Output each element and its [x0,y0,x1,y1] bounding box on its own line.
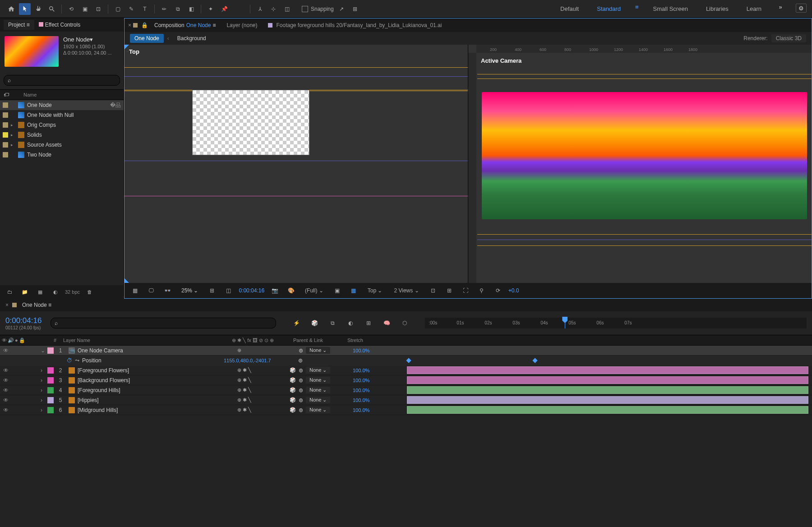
project-item[interactable]: Two Node [0,150,124,160]
layer-duration-bar[interactable] [407,386,808,394]
hand-tool-icon[interactable] [32,3,44,15]
timeline-search-input[interactable]: ⌕ [51,318,276,328]
layer-switches[interactable]: ⊕ ✱ ╲ 🎲 [237,377,296,383]
eraser-tool-icon[interactable]: ◧ [185,3,197,15]
layer-duration-bar[interactable] [407,396,808,404]
layer-color-tag[interactable] [47,367,54,374]
rectangle-tool-icon[interactable]: ▢ [112,3,124,15]
layer-color-tag[interactable] [47,377,54,384]
parent-dropdown[interactable]: None ⌄ [306,377,330,384]
shy-icon[interactable]: ⚡ [291,317,302,329]
stretch-value[interactable]: 100.0% [353,398,369,403]
roto-tool-icon[interactable]: ✦ [205,3,217,15]
timecode-display[interactable]: 0:00:04:16 [5,316,42,325]
project-tab[interactable]: Project ≡ [4,20,34,30]
selection-tool-icon[interactable] [19,3,31,15]
frame-blend-icon[interactable]: ⧉ [327,317,338,329]
top-viewport[interactable]: Top [125,45,468,283]
transparency-icon[interactable]: ▦ [348,285,360,296]
graph-icon[interactable]: ⊞ [363,317,374,329]
workspace-libraries[interactable]: Libraries [702,4,732,14]
home-icon[interactable] [5,3,17,15]
draft3d-icon[interactable]: 🎲 [309,317,320,329]
stretch-column-header[interactable]: Stretch [345,337,376,343]
view-mode-dropdown[interactable]: Top ⌄ [364,287,386,295]
stretch-value[interactable]: 100.0% [353,348,369,353]
keyframe-icon[interactable] [532,358,537,363]
motion-blur-icon[interactable]: ◐ [345,317,356,329]
layer-duration-bar[interactable] [407,376,808,384]
layer-switches[interactable]: ⊕ ✱ ╲ 🎲 [237,387,296,393]
bpc-icon[interactable]: ◐ [50,286,61,298]
pickwhip-icon[interactable]: ⊚ [299,407,303,413]
workspace-settings-icon[interactable]: ⚙ [796,4,807,13]
orbit-tool-icon[interactable]: ⟲ [65,3,77,15]
expression-icon[interactable]: ⊚ [298,357,303,364]
layer-switches[interactable]: ⊕ ✱ ╲ 🎲 [237,397,296,403]
visibility-toggle[interactable]: 👁 [2,366,10,374]
parent-dropdown[interactable]: None ⌄ [306,367,330,374]
parent-dropdown[interactable]: None ⌄ [306,387,330,393]
parent-dropdown[interactable]: None ⌄ [306,347,330,354]
zoom-dropdown[interactable]: 25% ⌄ [178,287,202,295]
layer-switches[interactable]: ⊕ [237,347,296,353]
visibility-toggle[interactable]: 👁 [2,376,10,384]
grid-icon[interactable]: ⊞ [206,285,218,296]
time-ruler[interactable]: :00s01s02s03s04s05s06s07s [425,318,807,328]
view-option-2-icon[interactable]: ⊞ [443,285,455,296]
project-item[interactable]: One Node �品 [0,100,124,110]
quality-dropdown[interactable]: (Full) ⌄ [301,287,327,295]
pickwhip-icon[interactable]: ⊚ [299,397,303,403]
axis-world-icon[interactable]: ⊹ [268,3,279,15]
clone-tool-icon[interactable]: ⧉ [172,3,184,15]
view-option-4-icon[interactable]: ⚲ [476,285,488,296]
bpc-label[interactable]: 32 bpc [65,289,80,295]
solo-column-icon[interactable]: ● [15,337,18,343]
footage-viewer-tab[interactable]: Footage foreground hills 20/Fantasy_land… [263,20,446,30]
timeline-tab[interactable]: One Node ≡ [22,302,51,308]
parent-column-header[interactable]: Parent & Link [291,337,345,343]
lock-column-icon[interactable]: 🔒 [19,337,25,343]
workspace-standard[interactable]: Standard [593,4,624,14]
guides-icon[interactable]: ◫ [222,285,234,296]
snap-grid-icon[interactable]: ⊞ [349,3,361,15]
zoom-tool-icon[interactable] [46,3,58,15]
layer-color-tag[interactable] [47,407,54,413]
stretch-value[interactable]: 100.0% [353,368,369,373]
layer-color-tag[interactable] [47,347,54,354]
composition-viewer-tab[interactable]: Composition One Node ≡ [150,20,220,30]
property-value[interactable]: 1155.0,480.0,-2401.7 [224,358,271,363]
new-comp-icon[interactable]: ▦ [34,286,46,298]
layer-duration-bar[interactable] [407,406,808,414]
pickwhip-icon[interactable]: ⊚ [299,377,303,384]
workspace-more-icon[interactable]: » [776,4,785,14]
pickwhip-icon[interactable]: ⊚ [299,347,303,354]
axis-local-icon[interactable]: ⅄ [254,3,266,15]
tag-icon[interactable]: 🏷 [4,92,10,98]
snap-option-icon[interactable]: ↗ [336,3,347,15]
audio-column-icon[interactable]: 🔊 [8,337,14,343]
stopwatch-icon[interactable]: ⏱ [67,357,72,364]
brush-tool-icon[interactable]: ✏ [158,3,170,15]
renderer-dropdown[interactable]: Classic 3D [771,34,806,42]
refresh-icon[interactable]: ⟳ [492,285,504,296]
stretch-value[interactable]: 100.0% [353,407,369,413]
brain-icon[interactable]: 🧠 [381,317,392,329]
layer-row[interactable]: 👁 ⌄ 1 📹 One Node Camera ⊕ ⊚ None ⌄ 100.0… [0,346,812,356]
pen-tool-icon[interactable]: ✎ [125,3,137,15]
workspace-small[interactable]: Small Screen [650,4,692,14]
graph-toggle-icon[interactable]: ⤳ [75,357,79,364]
region-icon[interactable]: ▣ [332,285,343,296]
pickwhip-icon[interactable]: ⊚ [299,387,303,393]
workspace-default[interactable]: Default [557,4,582,14]
magnify-icon[interactable]: ▦ [129,285,141,296]
parent-dropdown[interactable]: None ⌄ [306,397,330,403]
layer-color-tag[interactable] [47,387,54,393]
new-folder-icon[interactable]: 📁 [19,286,31,298]
name-column-header[interactable]: Name [23,92,37,97]
pan-behind-icon[interactable]: ⊡ [92,3,104,15]
parent-dropdown[interactable]: None ⌄ [306,407,330,413]
interpret-footage-icon[interactable]: 🗀 [4,286,15,298]
workspace-learn[interactable]: Learn [743,4,765,14]
layer-duration-bar[interactable] [407,366,808,374]
